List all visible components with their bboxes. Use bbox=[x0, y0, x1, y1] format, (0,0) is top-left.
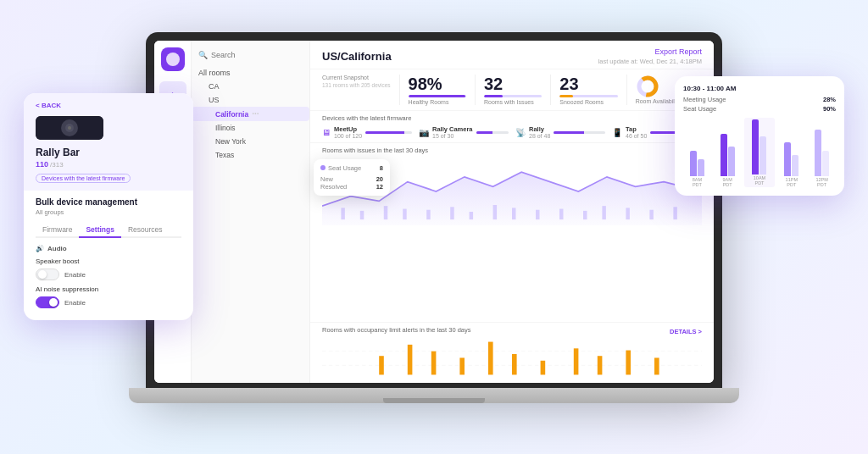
details-link[interactable]: DETAILS > bbox=[670, 328, 702, 335]
svg-rect-4 bbox=[384, 206, 387, 219]
firmware-progress-fill bbox=[554, 131, 583, 134]
stat-value: 98% bbox=[409, 75, 466, 93]
nav-item-label: US bbox=[209, 96, 220, 104]
app-layout: ⌂ ▦ ⊞ ⚙ ⊿ 👤 🔍 All rooms bbox=[154, 41, 714, 383]
stat-bar-fill bbox=[409, 95, 465, 97]
nav-item-texas[interactable]: Texas bbox=[192, 148, 309, 162]
svg-rect-7 bbox=[450, 207, 453, 219]
firmware-item-rally: 📡 Rally 28 of 48 bbox=[515, 125, 605, 139]
svg-rect-27 bbox=[574, 348, 579, 374]
nav-item-illinois[interactable]: Illinois bbox=[192, 121, 309, 135]
ai-noise-toggle[interactable] bbox=[36, 296, 59, 308]
ai-noise-row: AI noise suppression Enable bbox=[36, 285, 181, 308]
bar-time-label: 11PMPDT bbox=[786, 177, 798, 187]
ai-noise-label: AI noise suppression bbox=[36, 285, 181, 293]
svg-rect-26 bbox=[541, 361, 546, 375]
occupancy-chart-svg bbox=[322, 337, 702, 379]
tab-settings[interactable]: Settings bbox=[79, 223, 121, 238]
firmware-count: 46 of 50 bbox=[626, 133, 647, 139]
stat-bar-fill bbox=[484, 95, 503, 97]
laptop-screen: ⌂ ▦ ⊞ ⚙ ⊿ 👤 🔍 All rooms bbox=[146, 32, 722, 388]
tooltip-seat-val: 8 bbox=[380, 164, 383, 172]
bar bbox=[728, 147, 735, 176]
tab-resources[interactable]: Resources bbox=[121, 223, 170, 236]
stat-bar bbox=[484, 95, 542, 97]
svg-rect-10 bbox=[512, 208, 515, 219]
bar-time-label: 9AMPDT bbox=[723, 177, 732, 187]
nav-item-ca[interactable]: CA bbox=[192, 80, 309, 93]
export-report-button[interactable]: Export Report bbox=[654, 47, 702, 56]
bar bbox=[690, 151, 697, 176]
stat-snoozed-rooms: 23 Snoozed Rooms bbox=[551, 75, 626, 105]
nav-item-label: New York bbox=[215, 137, 246, 146]
svg-rect-11 bbox=[536, 210, 539, 219]
svg-rect-31 bbox=[36, 116, 103, 140]
svg-rect-22 bbox=[431, 352, 437, 375]
time-label: 10:30 - 11:00 AM bbox=[683, 85, 836, 92]
bulk-device-header: < BACK Rally Bar 110 /313 Devices with t… bbox=[24, 93, 193, 191]
firmware-section: Devices with the latest firmware 🖥 MeetU… bbox=[310, 111, 714, 143]
bar bbox=[752, 119, 759, 174]
nav-item-newyork[interactable]: New York bbox=[192, 135, 309, 148]
stat-healthy-rooms: 98% Healthy Rooms bbox=[400, 75, 476, 105]
svg-rect-15 bbox=[626, 208, 629, 219]
nav-item-dots: ··· bbox=[252, 109, 259, 119]
firmware-item-rallycamera: 📷 Rally Camera 15 of 30 bbox=[419, 125, 509, 139]
meeting-usage-value: 28% bbox=[823, 96, 836, 103]
svg-rect-30 bbox=[654, 357, 659, 374]
svg-rect-16 bbox=[649, 210, 653, 219]
bar bbox=[792, 155, 798, 176]
tabs-row: Firmware Settings Resources bbox=[36, 223, 181, 238]
nav-item-california[interactable]: California ··· bbox=[192, 107, 309, 121]
firmware-progress-fill bbox=[365, 131, 404, 134]
meetup-icon: 🖥 bbox=[322, 128, 331, 137]
back-button[interactable]: < BACK bbox=[36, 102, 181, 109]
stats-row: Current Snapshot 131 rooms with 205 devi… bbox=[310, 69, 714, 111]
stat-label: Rooms with Issues bbox=[484, 99, 542, 105]
svg-rect-14 bbox=[602, 206, 605, 219]
tooltip-seat-usage: Seat Usage 8 bbox=[320, 164, 383, 172]
donut-chart bbox=[636, 75, 659, 98]
nav-item-label: All rooms bbox=[198, 69, 231, 77]
audio-icon: 🔊 bbox=[36, 245, 44, 252]
bar bbox=[698, 159, 704, 176]
nav-item-all-rooms[interactable]: All rooms bbox=[192, 66, 309, 80]
tab-firmware[interactable]: Firmware bbox=[36, 223, 79, 236]
seat-usage-row: Seat Usage 90% bbox=[683, 105, 836, 113]
bulk-subtitle: All groups bbox=[36, 208, 181, 216]
svg-rect-24 bbox=[488, 342, 493, 375]
laptop-container: ⌂ ▦ ⊞ ⚙ ⊿ 👤 🔍 All rooms bbox=[129, 32, 739, 422]
main-content: US/California Export Report last update … bbox=[310, 41, 714, 383]
firmware-count: 100 of 120 bbox=[334, 133, 362, 139]
firmware-name: Tap bbox=[626, 125, 647, 133]
tooltip-resolved-val: 12 bbox=[376, 183, 383, 191]
device-count-unit: /313 bbox=[50, 161, 64, 169]
stat-bar bbox=[559, 95, 617, 97]
device-count: 110 bbox=[36, 160, 48, 169]
tooltip-new-label: New bbox=[320, 175, 333, 183]
nav-item-label: Texas bbox=[215, 151, 234, 159]
rally-camera-icon: 📷 bbox=[419, 128, 429, 137]
occupancy-chart-area bbox=[322, 337, 702, 379]
nav-item-us[interactable]: US bbox=[192, 93, 309, 107]
logo-mark bbox=[166, 53, 180, 66]
bar bbox=[815, 130, 821, 176]
search-bar[interactable]: 🔍 bbox=[192, 47, 309, 63]
last-update-text: last update at: Wed, Dec 21, 4:18PM bbox=[598, 58, 702, 65]
svg-rect-3 bbox=[360, 211, 364, 219]
bar-group-bars bbox=[815, 130, 829, 176]
search-input[interactable] bbox=[211, 51, 303, 59]
chart-tooltip: Seat Usage 8 New 20 Resolved 12 bbox=[314, 159, 390, 196]
tooltip-resolved-label: Resolved bbox=[320, 183, 347, 191]
tooltip-dot bbox=[320, 165, 326, 170]
bar-group-8am: 8AMPDT bbox=[683, 151, 711, 187]
speaker-boost-label: Speaker boost bbox=[36, 257, 181, 265]
bar-group-11pm: 11PMPDT bbox=[777, 142, 805, 187]
bar bbox=[784, 142, 791, 176]
bar bbox=[721, 134, 727, 176]
search-icon: 🔍 bbox=[198, 51, 208, 59]
speaker-boost-toggle[interactable] bbox=[36, 269, 59, 280]
tooltip-new-val: 20 bbox=[376, 175, 383, 183]
bar-group-bars bbox=[752, 119, 766, 174]
svg-point-33 bbox=[65, 124, 74, 132]
